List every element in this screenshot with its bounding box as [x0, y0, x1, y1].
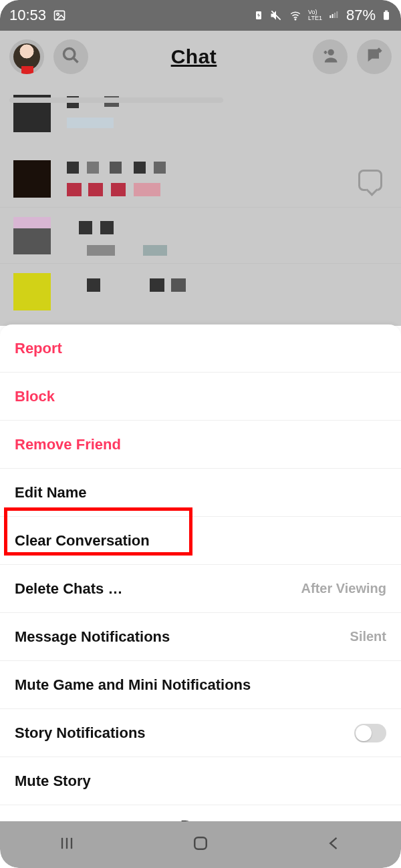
home-button[interactable] [190, 833, 211, 856]
wifi-icon [288, 9, 303, 21]
menu-label: Delete Chats … [15, 580, 122, 598]
svg-rect-8 [336, 11, 338, 18]
svg-point-1 [57, 13, 59, 15]
menu-label: Remove Friend [15, 436, 121, 453]
menu-clear-conversation[interactable]: Clear Conversation [0, 517, 401, 565]
menu-label: Report [15, 340, 62, 357]
menu-remove-friend[interactable]: Remove Friend [0, 421, 401, 469]
volte-icon: Vo)LTE1 [308, 9, 322, 21]
svg-rect-5 [329, 15, 331, 18]
menu-label: Mute Story [15, 773, 91, 790]
chat-row[interactable] [0, 263, 401, 319]
add-friend-icon [321, 46, 340, 67]
friend-avatar [13, 273, 51, 310]
status-bar: 10:53 Vo)LTE1 87% [0, 0, 401, 31]
chat-row[interactable] [0, 207, 401, 263]
svg-line-12 [74, 58, 78, 63]
menu-value: After Viewing [301, 581, 386, 596]
menu-edit-name[interactable]: Edit Name [0, 469, 401, 517]
new-chat-icon [365, 46, 384, 67]
page-title: Chat [84, 45, 303, 68]
mute-icon [269, 9, 283, 22]
add-friend-button[interactable] [313, 39, 348, 74]
svg-rect-6 [332, 14, 333, 18]
menu-report[interactable]: Report [0, 324, 401, 373]
android-nav-bar [0, 821, 401, 868]
svg-point-11 [64, 49, 75, 59]
status-time: 10:53 [9, 7, 46, 24]
chat-screen-dimmed: Chat [0, 31, 401, 326]
svg-rect-17 [194, 837, 207, 849]
recents-button[interactable] [57, 834, 76, 855]
menu-label: Message Notifications [15, 628, 170, 646]
menu-value: Silent [350, 629, 386, 644]
chat-row[interactable] [0, 85, 401, 142]
phone-frame: 10:53 Vo)LTE1 87% Chat [0, 0, 401, 868]
chat-bubble-icon[interactable] [358, 170, 382, 191]
menu-label: Edit Name [15, 484, 87, 501]
svg-point-13 [328, 49, 334, 55]
battery-saver-icon [253, 10, 264, 21]
friend-avatar [13, 160, 51, 198]
menu-mute-story[interactable]: Mute Story [0, 757, 401, 805]
menu-label: Block [15, 388, 55, 405]
svg-rect-9 [384, 12, 389, 20]
search-icon [61, 46, 80, 67]
battery-icon [381, 8, 392, 23]
menu-label: Clear Conversation [15, 532, 150, 550]
menu-message-notifications[interactable]: Message Notifications Silent [0, 613, 401, 661]
action-sheet: Report Block Remove Friend Edit Name Cle… [0, 324, 401, 821]
search-button[interactable] [53, 39, 88, 74]
menu-delete-chats[interactable]: Delete Chats … After Viewing [0, 565, 401, 613]
signal-icon [327, 10, 341, 21]
divider-stub [9, 97, 223, 103]
menu-story-notifications[interactable]: Story Notifications [0, 709, 401, 757]
profile-avatar[interactable] [9, 39, 44, 74]
menu-label: Mute Game and Mini Notifications [15, 676, 251, 694]
app-header: Chat [0, 31, 401, 83]
toggle-switch[interactable] [354, 724, 386, 742]
menu-label: Story Notifications [15, 724, 146, 742]
friend-avatar [13, 217, 51, 254]
chat-list [0, 83, 401, 319]
menu-block[interactable]: Block [0, 373, 401, 421]
svg-rect-10 [385, 11, 388, 12]
chat-row[interactable] [0, 151, 401, 207]
new-chat-button[interactable] [357, 39, 392, 74]
svg-point-4 [295, 19, 296, 20]
svg-rect-0 [55, 11, 65, 19]
battery-percent: 87% [346, 7, 376, 24]
back-button[interactable] [325, 834, 344, 855]
svg-rect-7 [334, 13, 336, 18]
menu-mute-game[interactable]: Mute Game and Mini Notifications [0, 661, 401, 709]
image-icon [53, 9, 66, 22]
